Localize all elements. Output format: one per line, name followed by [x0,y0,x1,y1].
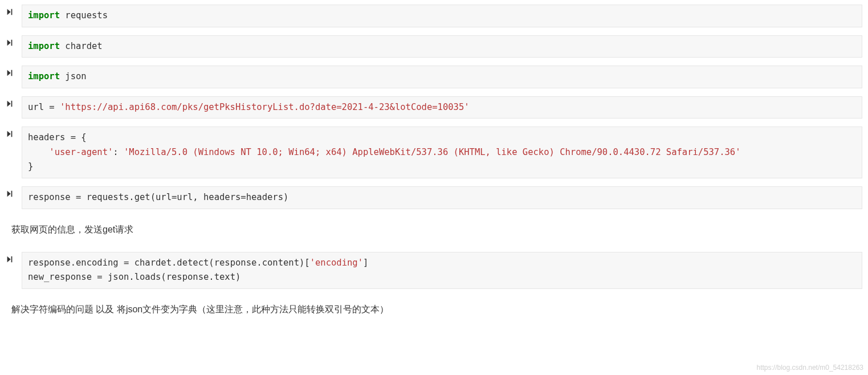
code-input[interactable]: import requests [22,5,862,27]
code-token: requests [65,10,108,21]
svg-rect-1 [11,39,13,46]
code-cell: response = requests.get(url=url, headers… [6,186,862,209]
code-input[interactable]: response.encoding = chardet.detect(respo… [22,252,862,289]
code-token: response.content [214,258,299,268]
code-token: url [156,192,172,202]
svg-rect-6 [11,256,13,262]
markdown-text: 获取网页的信息，发送get请求 [11,224,862,236]
code-token: import [28,41,65,51]
code-token: 'Mozilla/5.0 (Windows NT 10.0; Win64; x6… [124,147,741,157]
code-token: )[ [299,258,310,268]
code-token: requests.get [87,192,150,202]
code-token: = [97,272,108,282]
code-token: ( [209,258,214,268]
run-cell-icon[interactable] [6,252,16,266]
code-input[interactable]: url = 'https://api.api68.com/pks/getPksH… [22,96,862,119]
code-token: ] [363,258,368,268]
svg-rect-2 [11,70,13,76]
code-token: ) [235,272,241,282]
code-token: url [28,102,49,112]
code-token: 'user-agent' [49,147,113,157]
code-token: new_response [28,272,97,282]
code-token: 'https://api.api68.com/pks/getPksHistory… [60,102,470,112]
code-cell: url = 'https://api.api68.com/pks/getPksH… [6,96,862,119]
code-input[interactable]: import json [22,66,862,88]
svg-rect-4 [11,131,13,137]
code-token: = [241,192,246,202]
code-token: ( [150,192,156,202]
code-cell: import json [6,66,862,88]
code-token: = [124,258,135,268]
markdown-text: 解决字符编码的问题 以及 将json文件变为字典（这里注意，此种方法只能转换双引… [11,304,862,316]
code-token [28,147,49,157]
code-token: : [113,147,124,157]
code-token: ) [283,192,288,202]
code-token: response.text [166,272,235,282]
code-token: url, headers [177,192,241,202]
svg-rect-0 [11,9,13,15]
code-token: = [172,192,177,202]
svg-rect-3 [11,100,13,107]
code-token: = [49,102,60,112]
code-cell: import requests [6,5,862,27]
code-token: headers [28,132,71,142]
run-cell-icon[interactable] [6,127,16,140]
code-cell: response.encoding = chardet.detect(respo… [6,252,862,289]
code-token: = { [71,132,87,142]
code-token: 'encoding' [310,258,363,268]
code-token: response.encoding [28,258,124,268]
code-token: json.loads [108,272,161,282]
code-input[interactable]: headers = { 'user-agent': 'Mozilla/5.0 (… [22,127,862,178]
code-token: chardet [65,41,102,51]
code-token: ( [161,272,166,282]
code-input[interactable]: response = requests.get(url=url, headers… [22,186,862,209]
code-token: headers [246,192,283,202]
code-token: = [76,192,87,202]
run-cell-icon[interactable] [6,66,16,79]
code-token: import [28,10,65,21]
code-input[interactable]: import chardet [22,35,862,58]
code-token: } [28,161,33,172]
run-cell-icon[interactable] [6,96,16,110]
run-cell-icon[interactable] [6,35,16,49]
run-cell-icon[interactable] [6,186,16,200]
code-token: import [28,71,65,81]
code-cell: import chardet [6,35,862,58]
code-cell: headers = { 'user-agent': 'Mozilla/5.0 (… [6,127,862,178]
code-token: chardet.detect [135,258,209,268]
svg-rect-5 [11,191,13,197]
run-cell-icon[interactable] [6,5,16,18]
code-token: json [65,71,86,81]
code-token: response [28,192,76,202]
